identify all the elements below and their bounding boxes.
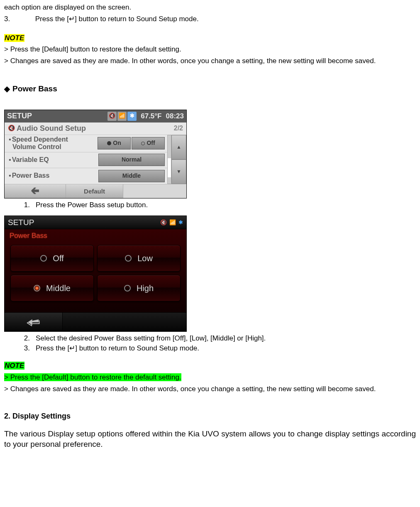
variable-eq-button[interactable]: Normal	[98, 154, 165, 166]
s1-title: SETUP	[7, 111, 105, 121]
scroll-down-button[interactable]: ▼	[171, 159, 186, 184]
heading-display-settings: 2. Display Settings	[4, 411, 416, 421]
s2-subtitle: Power Bass	[5, 229, 186, 242]
step-text: Press the Power Bass setup button.	[36, 200, 148, 210]
step-num: 3.	[22, 343, 30, 353]
mute-icon: 🔇	[107, 112, 117, 121]
label-variable-eq: ▪Variable EQ	[9, 156, 98, 164]
s1-footer: 🡰 Default	[5, 184, 186, 198]
radio-icon	[40, 255, 47, 262]
s1-footer-spacer	[123, 184, 186, 198]
step-text: Press the [↵] button to return to Sound …	[35, 15, 199, 23]
caption-step-1: 1. Press the Power Bass setup button.	[22, 200, 416, 210]
s2-header: SETUP 🔇 📶 ✱	[5, 216, 186, 229]
s1-subheader: 🔇 Audio Sound Setup 2/2	[5, 122, 186, 135]
s1-page-indicator: 2/2	[174, 124, 183, 133]
back-button[interactable]: 🡰	[5, 184, 66, 198]
row-power-bass: ▪Power Bass Middle	[5, 168, 167, 184]
heading-text: Power Bass	[12, 84, 57, 93]
speaker-mute-icon: 🔇	[8, 124, 15, 132]
note2-line2: > Changes are saved as they are made. In…	[4, 384, 416, 394]
note-1: NOTE	[4, 33, 416, 43]
s1-sub-title-text: Audio Sound Setup	[17, 123, 86, 134]
option-low[interactable]: Low	[97, 245, 181, 272]
s2-option-grid: Off Low Middle High	[5, 242, 186, 304]
radio-icon-selected	[34, 285, 40, 291]
s1-status-icons: 🔇 📶 ✱	[107, 112, 137, 121]
step-text: Press the [↵] button to return to Sound …	[36, 343, 199, 353]
default-button[interactable]: Default	[66, 184, 123, 198]
heading-power-bass: ◆Power Bass	[4, 83, 416, 95]
screenshot-audio-setup: SETUP 🔇 📶 ✱ 67.5°F 08:23 🔇 Audio Sound S…	[4, 110, 187, 198]
bluetooth-icon: ✱	[178, 219, 183, 226]
step-text: Select the desired Power Bass setting fr…	[36, 333, 266, 343]
step-num: 3.	[4, 14, 33, 24]
radio-icon	[124, 285, 131, 291]
scroll-up-button[interactable]: ▲	[171, 135, 186, 159]
s1-list: ▪Speed Dependent Volume Control On Off ▪…	[5, 135, 167, 184]
signal-icon: 📶	[117, 112, 127, 121]
sdvc-off-button[interactable]: Off	[132, 137, 165, 149]
note1-line2: > Changes are saved as they are made. In…	[4, 56, 416, 66]
caption-step-2: 2. Select the desired Power Bass setting…	[22, 333, 416, 343]
power-bass-button[interactable]: Middle	[98, 170, 165, 182]
display-settings-body: The various Display setup options offere…	[4, 429, 416, 450]
s1-time: 08:23	[166, 111, 184, 121]
back-button[interactable]	[5, 313, 63, 331]
s1-scrollbar: ▲ ▼	[167, 135, 186, 184]
step-num: 1.	[22, 200, 30, 210]
s1-scroll-thumb[interactable]	[168, 158, 171, 177]
caption-step-3: 3. Press the [↵] button to return to Sou…	[22, 343, 416, 353]
s2-title: SETUP	[8, 217, 160, 228]
label-sdvc: ▪Speed Dependent Volume Control	[9, 136, 98, 151]
screenshot-power-bass: SETUP 🔇 📶 ✱ Power Bass Off Low Middle Hi…	[4, 216, 187, 332]
note-2: NOTE	[4, 361, 416, 371]
bluetooth-icon: ✱	[127, 112, 137, 121]
option-middle[interactable]: Middle	[10, 275, 94, 301]
s1-header: SETUP 🔇 📶 ✱ 67.5°F 08:23	[5, 110, 186, 122]
back-arrow-icon	[27, 318, 41, 327]
s1-scroll-track	[167, 135, 171, 184]
option-off[interactable]: Off	[10, 245, 94, 272]
radio-empty-icon	[141, 142, 145, 145]
mute-icon: 🔇	[160, 219, 167, 226]
label-power-bass: ▪Power Bass	[9, 172, 98, 179]
option-high[interactable]: High	[97, 275, 181, 301]
diamond-icon: ◆	[4, 85, 10, 93]
sdvc-on-button[interactable]: On	[98, 137, 131, 149]
note1-line1: > Press the [Default] button to restore …	[4, 44, 416, 54]
radio-icon	[125, 255, 132, 262]
note2-line1: > Press the [Default] button to restore …	[4, 372, 416, 382]
step-num: 2.	[22, 333, 30, 343]
signal-icon: 📶	[169, 219, 176, 226]
s2-status-icons: 🔇 📶 ✱	[160, 219, 183, 226]
row-variable-eq: ▪Variable EQ Normal	[5, 152, 167, 168]
note-title: NOTE	[4, 34, 24, 42]
row-sdvc: ▪Speed Dependent Volume Control On Off	[5, 135, 167, 152]
note-title: NOTE	[4, 362, 24, 370]
radio-filled-icon	[107, 141, 111, 145]
step-3: 3. Press the [↵] button to return to Sou…	[4, 14, 416, 24]
s2-footer	[5, 312, 186, 331]
s1-temp: 67.5°F	[141, 111, 161, 121]
fragment-text: each option are displayed on the screen.	[4, 2, 416, 12]
